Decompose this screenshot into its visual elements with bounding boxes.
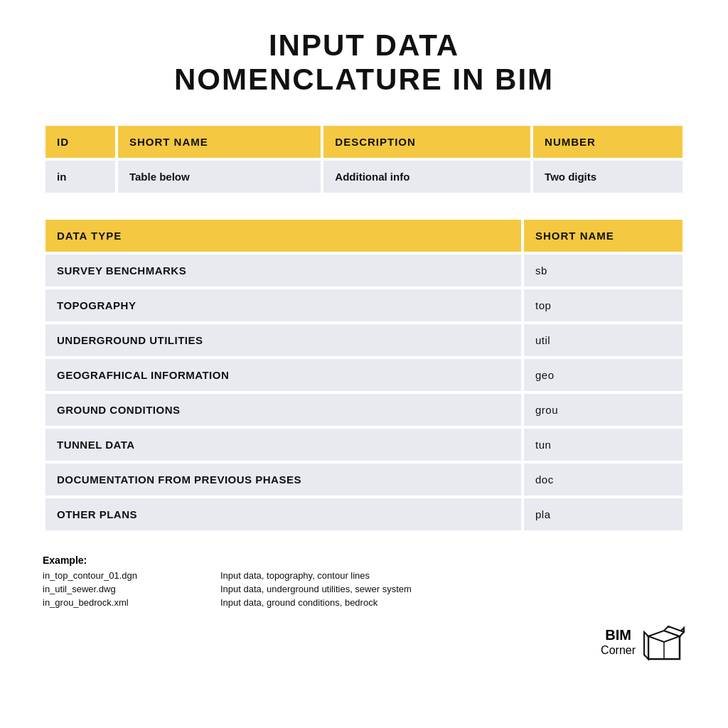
top-table-cell: Table below bbox=[118, 161, 321, 193]
short-name-cell: geo bbox=[524, 359, 682, 391]
example-description: Input data, ground conditions, bedrock bbox=[220, 597, 378, 608]
short-name-cell: doc bbox=[524, 464, 682, 496]
examples-list: in_top_contour_01.dgnInput data, topogra… bbox=[43, 570, 685, 608]
data-type-cell: TOPOGRAPHY bbox=[46, 289, 521, 321]
bim-box-icon bbox=[643, 621, 685, 663]
example-code: in_grou_bedrock.xml bbox=[43, 597, 220, 608]
example-description: Input data, underground utilities, sewer… bbox=[220, 584, 412, 594]
short-name-cell: sb bbox=[524, 255, 682, 287]
data-table-body: SURVEY BENCHMARKSsbTOPOGRAPHYtopUNDERGRO… bbox=[46, 255, 682, 530]
data-table-header-cell: DATA TYPE bbox=[46, 220, 521, 252]
data-table-row: SURVEY BENCHMARKSsb bbox=[46, 255, 682, 287]
example-row: in_util_sewer.dwgInput data, underground… bbox=[43, 584, 685, 594]
example-row: in_top_contour_01.dgnInput data, topogra… bbox=[43, 570, 685, 581]
top-table-header-cell: DESCRIPTION bbox=[323, 126, 530, 158]
bim-corner-logo: BIM Corner bbox=[43, 621, 685, 663]
data-table-row: GROUND CONDITIONSgrou bbox=[46, 394, 682, 426]
page-title: INPUT DATA NOMENCLATURE IN BIM bbox=[43, 28, 685, 97]
top-table-cell: Additional info bbox=[323, 161, 530, 193]
top-table-header: IDSHORT NAMEDESCRIPTIONNUMBER bbox=[46, 126, 682, 158]
top-table-row: inTable belowAdditional infoTwo digits bbox=[46, 161, 682, 193]
short-name-cell: tun bbox=[524, 429, 682, 461]
data-table-row: TUNNEL DATAtun bbox=[46, 429, 682, 461]
data-table-row: TOPOGRAPHYtop bbox=[46, 289, 682, 321]
data-table-header: DATA TYPESHORT NAME bbox=[46, 220, 682, 252]
top-table-body: inTable belowAdditional infoTwo digits bbox=[46, 161, 682, 193]
data-table-row: UNDERGROUND UTILITIESutil bbox=[46, 324, 682, 356]
top-table-header-cell: NUMBER bbox=[533, 126, 682, 158]
top-table-header-cell: ID bbox=[46, 126, 115, 158]
data-type-cell: SURVEY BENCHMARKS bbox=[46, 255, 521, 287]
short-name-cell: top bbox=[524, 289, 682, 321]
data-type-cell: TUNNEL DATA bbox=[46, 429, 521, 461]
example-code: in_util_sewer.dwg bbox=[43, 584, 220, 594]
examples-label: Example: bbox=[43, 555, 685, 566]
data-table-header-cell: SHORT NAME bbox=[524, 220, 682, 252]
top-table-cell: in bbox=[46, 161, 115, 193]
data-type-cell: OTHER PLANS bbox=[46, 498, 521, 530]
data-type-cell: UNDERGROUND UTILITIES bbox=[46, 324, 521, 356]
data-table-row: DOCUMENTATION FROM PREVIOUS PHASESdoc bbox=[46, 464, 682, 496]
data-type-cell: GEOGRAFHICAL INFORMATION bbox=[46, 359, 521, 391]
bim-text: BIM bbox=[601, 626, 636, 643]
examples-section: Example: in_top_contour_01.dgnInput data… bbox=[43, 555, 685, 608]
top-table-header-cell: SHORT NAME bbox=[118, 126, 321, 158]
top-table-cell: Two digits bbox=[533, 161, 682, 193]
corner-text: Corner bbox=[601, 643, 636, 657]
example-row: in_grou_bedrock.xmlInput data, ground co… bbox=[43, 597, 685, 608]
data-type-table: DATA TYPESHORT NAME SURVEY BENCHMARKSsbT… bbox=[43, 217, 685, 533]
example-description: Input data, topography, contour lines bbox=[220, 570, 370, 581]
bim-corner-text: BIM Corner bbox=[601, 626, 636, 657]
data-type-cell: DOCUMENTATION FROM PREVIOUS PHASES bbox=[46, 464, 521, 496]
data-table-row: GEOGRAFHICAL INFORMATIONgeo bbox=[46, 359, 682, 391]
top-table: IDSHORT NAMEDESCRIPTIONNUMBER inTable be… bbox=[43, 123, 685, 196]
example-code: in_top_contour_01.dgn bbox=[43, 570, 220, 581]
short-name-cell: util bbox=[524, 324, 682, 356]
data-type-cell: GROUND CONDITIONS bbox=[46, 394, 521, 426]
short-name-cell: grou bbox=[524, 394, 682, 426]
short-name-cell: pla bbox=[524, 498, 682, 530]
data-table-row: OTHER PLANSpla bbox=[46, 498, 682, 530]
